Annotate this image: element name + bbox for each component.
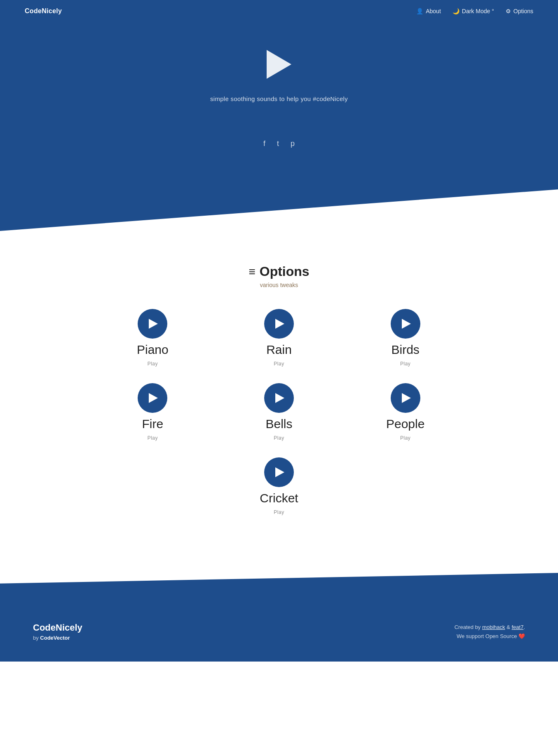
rain-play-label: Play <box>274 361 284 367</box>
cricket-sound-item[interactable]: Cricket Play <box>260 457 298 515</box>
people-label: People <box>386 417 424 431</box>
options-title: Options <box>260 264 309 279</box>
about-label: About <box>426 8 441 14</box>
cricket-label: Cricket <box>260 491 298 505</box>
people-sound-item[interactable]: People Play <box>346 383 464 441</box>
nav-logo[interactable]: CodeNicely <box>25 7 62 15</box>
about-nav-link[interactable]: 👤 About <box>416 8 441 14</box>
birds-play-icon <box>402 319 411 329</box>
footer-credit-line2: We support Open Source ❤️ <box>455 632 525 641</box>
fire-sound-item[interactable]: Fire Play <box>94 383 212 441</box>
bells-sound-item[interactable]: Bells Play <box>220 383 338 441</box>
darkmode-label: Dark Mode ° <box>462 8 494 14</box>
piano-play-button[interactable] <box>138 309 167 339</box>
footer-feat7-link[interactable]: feat7 <box>511 624 523 630</box>
options-nav-link[interactable]: ⚙ Options <box>506 8 533 14</box>
birds-sound-item[interactable]: Birds Play <box>346 309 464 367</box>
twitter-icon[interactable]: t <box>277 139 279 148</box>
navbar: CodeNicely 👤 About 🌙 Dark Mode ° ⚙ Optio… <box>0 0 558 22</box>
cricket-play-icon <box>275 467 284 477</box>
hero-play-button[interactable] <box>267 50 291 79</box>
footer-logo: CodeNicely <box>33 622 82 633</box>
about-icon: 👤 <box>416 8 423 14</box>
nav-links: 👤 About 🌙 Dark Mode ° ⚙ Options <box>416 8 533 14</box>
birds-play-button[interactable] <box>391 309 420 339</box>
facebook-icon[interactable]: f <box>263 139 265 148</box>
footer-credit-line1: Created by mobihack & feat7. <box>455 623 525 632</box>
hero-tagline: simple soothing sounds to help you #code… <box>210 95 348 102</box>
rain-play-button[interactable] <box>264 309 294 339</box>
rain-label: Rain <box>266 343 292 357</box>
options-subtext: various tweaks <box>25 282 533 288</box>
footer-codevector: CodeVector <box>40 635 70 641</box>
people-play-label: Play <box>400 435 410 441</box>
darkmode-icon: 🌙 <box>452 8 460 14</box>
fire-play-label: Play <box>148 435 158 441</box>
heart-icon: ❤️ <box>518 633 525 639</box>
cricket-play-label: Play <box>274 509 284 515</box>
fire-label: Fire <box>142 417 163 431</box>
footer-credit-suffix: . <box>523 624 525 630</box>
people-play-icon <box>402 393 411 403</box>
bells-play-button[interactable] <box>264 383 294 413</box>
options-nav-label: Options <box>513 8 533 14</box>
footer-by: by CodeVector <box>33 635 82 641</box>
piano-sound-item[interactable]: Piano Play <box>94 309 212 367</box>
bells-play-icon <box>275 393 284 403</box>
sound-grid: Piano Play Rain Play Birds Play Fire Pla… <box>94 309 464 441</box>
cricket-play-button[interactable] <box>264 457 294 487</box>
hero-section: simple soothing sounds to help you #code… <box>0 0 558 231</box>
cricket-row: Cricket Play <box>25 457 533 523</box>
footer-mobihack-link[interactable]: mobihack <box>482 624 505 630</box>
pinterest-icon[interactable]: p <box>291 139 295 148</box>
footer-credit-prefix: Created by <box>455 624 482 630</box>
fire-play-icon <box>149 393 158 403</box>
piano-label: Piano <box>137 343 169 357</box>
piano-play-icon <box>149 319 158 329</box>
options-heading: ≡ Options <box>25 264 533 279</box>
rain-play-icon <box>275 319 284 329</box>
fire-play-button[interactable] <box>138 383 167 413</box>
footer-credit: Created by mobihack & feat7. We support … <box>455 623 525 641</box>
birds-label: Birds <box>391 343 419 357</box>
people-play-button[interactable] <box>391 383 420 413</box>
options-sliders-icon: ≡ <box>249 265 255 278</box>
birds-play-label: Play <box>400 361 410 367</box>
options-section: ≡ Options various tweaks Piano Play Rain… <box>0 231 558 548</box>
bells-play-label: Play <box>274 435 284 441</box>
footer: CodeNicely by CodeVector Created by mobi… <box>0 573 558 662</box>
footer-brand: CodeNicely by CodeVector <box>33 622 82 641</box>
rain-sound-item[interactable]: Rain Play <box>220 309 338 367</box>
options-nav-icon: ⚙ <box>506 8 511 14</box>
bells-label: Bells <box>265 417 292 431</box>
piano-play-label: Play <box>148 361 158 367</box>
footer-by-prefix: by <box>33 635 40 641</box>
darkmode-nav-link[interactable]: 🌙 Dark Mode ° <box>452 8 494 14</box>
social-icons: f t p <box>263 139 295 148</box>
footer-opensource-text: We support Open Source <box>457 633 518 639</box>
footer-credit-sep: & <box>505 624 512 630</box>
